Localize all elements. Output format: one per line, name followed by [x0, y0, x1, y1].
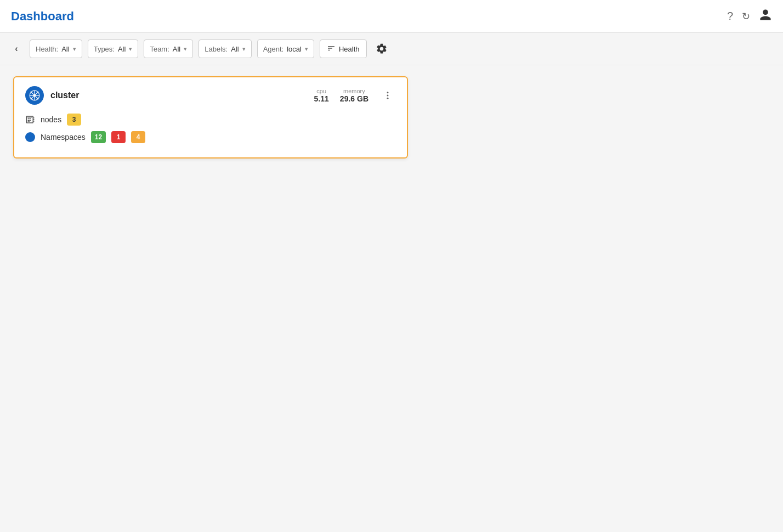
refresh-icon[interactable]: ↻: [742, 10, 750, 22]
svg-point-8: [387, 98, 389, 99]
memory-value: 29.6 GB: [340, 94, 368, 103]
cluster-title-group: cluster: [25, 86, 79, 105]
nodes-row: nodes 3: [25, 114, 396, 126]
header-actions: ? ↻: [727, 8, 772, 24]
team-filter[interactable]: Team: All ▾: [144, 39, 193, 58]
health-filter-arrow: ▾: [73, 46, 76, 53]
namespaces-count-orange-badge: 4: [131, 131, 145, 143]
cluster-stats: cpu 5.11 memory 29.6 GB: [314, 88, 396, 103]
namespaces-icon: [25, 132, 35, 142]
namespaces-label: Namespaces: [41, 133, 86, 142]
memory-stat: memory 29.6 GB: [340, 88, 368, 103]
cpu-stat: cpu 5.11: [314, 88, 329, 103]
namespaces-row: Namespaces 12 1 4: [25, 131, 396, 143]
namespaces-count-red-badge: 1: [111, 131, 126, 143]
health-filter-label: Health:: [36, 45, 58, 53]
agent-filter-value: local: [287, 45, 302, 53]
labels-filter-value: All: [231, 45, 239, 53]
cpu-value: 5.11: [314, 94, 329, 103]
types-filter-arrow: ▾: [129, 46, 132, 53]
labels-filter-arrow: ▾: [242, 46, 246, 53]
labels-filter[interactable]: Labels: All ▾: [198, 39, 251, 58]
agent-filter[interactable]: Agent: local ▾: [257, 39, 314, 58]
main-content: cluster cpu 5.11 memory 29.6 GB: [0, 65, 783, 532]
user-icon[interactable]: [759, 8, 772, 24]
svg-point-7: [387, 95, 389, 97]
nodes-label: nodes: [41, 115, 61, 124]
back-button[interactable]: ‹: [9, 41, 24, 56]
help-icon[interactable]: ?: [727, 10, 733, 22]
memory-label: memory: [340, 88, 368, 94]
types-filter[interactable]: Types: All ▾: [88, 39, 139, 58]
settings-button[interactable]: [372, 39, 391, 58]
labels-filter-label: Labels:: [205, 45, 228, 53]
sort-button[interactable]: Health: [320, 39, 367, 58]
types-filter-label: Types:: [94, 45, 115, 53]
health-filter[interactable]: Health: All ▾: [30, 39, 82, 58]
nodes-count-badge: 3: [67, 114, 81, 126]
cluster-name: cluster: [50, 90, 79, 100]
cluster-more-button[interactable]: [379, 88, 396, 103]
svg-point-6: [387, 92, 389, 93]
cluster-card: cluster cpu 5.11 memory 29.6 GB: [13, 76, 408, 159]
types-filter-value: All: [118, 45, 126, 53]
sort-label: Health: [339, 45, 360, 53]
cpu-label: cpu: [314, 88, 329, 94]
health-filter-value: All: [61, 45, 69, 53]
sort-icon: [327, 44, 336, 54]
page-title: Dashboard: [11, 9, 74, 24]
header: Dashboard ? ↻: [0, 0, 783, 33]
cluster-card-header: cluster cpu 5.11 memory 29.6 GB: [25, 86, 396, 105]
nodes-icon: [25, 115, 35, 124]
team-filter-value: All: [173, 45, 180, 53]
agent-filter-label: Agent:: [263, 45, 284, 53]
cluster-icon: [25, 86, 44, 105]
namespaces-count-green-badge: 12: [91, 131, 106, 143]
team-filter-label: Team:: [150, 45, 169, 53]
team-filter-arrow: ▾: [184, 46, 187, 53]
agent-filter-arrow: ▾: [305, 46, 308, 53]
toolbar: ‹ Health: All ▾ Types: All ▾ Team: All ▾…: [0, 33, 783, 65]
svg-point-5: [33, 94, 36, 97]
